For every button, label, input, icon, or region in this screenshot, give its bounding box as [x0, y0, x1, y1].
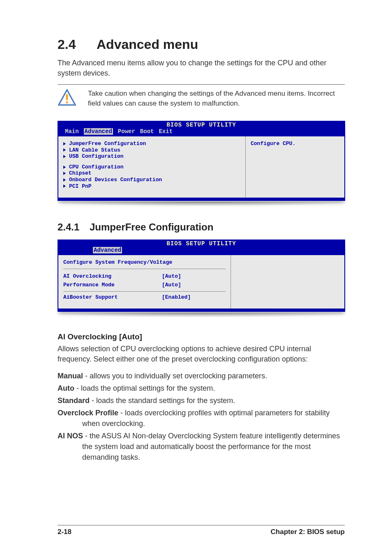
section-heading: 2.4Advanced menu [58, 37, 345, 52]
option-manual: Manual - allows you to individually set … [58, 371, 345, 381]
section-number: 2.4 [58, 37, 97, 52]
bios-settings-pane: Configure System Frequency/Voltage AI Ov… [58, 255, 231, 309]
bios-item-label: USB Configuration [69, 153, 124, 160]
bios-title: BIOS SETUP UTILITY [58, 121, 345, 128]
chapter-label: Chapter 2: BIOS setup [271, 528, 345, 536]
caution-box: Take caution when changing the settings … [58, 89, 345, 108]
svg-rect-0 [66, 94, 68, 100]
bios-screenshot-advanced-menu: BIOS SETUP UTILITY Main Advanced Power B… [58, 121, 345, 201]
option-auto: Auto - loads the optimal settings for th… [58, 383, 345, 394]
option-overclock-profile: Overclock Profile - loads overclocking p… [58, 408, 345, 429]
bios-item-chipset[interactable]: Chipset [63, 170, 240, 177]
option-ai-nos: AI NOS - the ASUS AI Non-delay Overclock… [58, 431, 345, 463]
bios-setting-value: [Auto] [162, 281, 181, 290]
submenu-arrow-icon [63, 184, 66, 188]
submenu-arrow-icon [63, 148, 66, 152]
bios-screenshot-jumperfree: BIOS SETUP UTILITY Advanced Configure Sy… [58, 240, 345, 312]
bios-tab-advanced[interactable]: Advanced [84, 128, 113, 135]
caution-text: Take caution when changing the settings … [88, 89, 345, 108]
submenu-arrow-icon [63, 178, 66, 182]
submenu-arrow-icon [63, 172, 66, 175]
bios-setting-value: [Enabled] [162, 293, 191, 302]
submenu-arrow-icon [63, 166, 66, 169]
bios-item-lan-cable[interactable]: LAN Cable Status [63, 147, 240, 154]
bios-tab-bar: Main Advanced Power Boot Exit [58, 128, 345, 136]
option-desc: - loads the optimal settings for the sys… [74, 384, 215, 392]
option-name: Manual [58, 372, 83, 380]
bios-menu-list: JumperFree Configuration LAN Cable Statu… [58, 136, 246, 198]
bios-item-onboard[interactable]: Onboard Devices Configuration [63, 177, 240, 183]
option-desc: - the ASUS AI Non-delay Overclocking Sys… [82, 432, 340, 461]
option-name: Standard [58, 396, 90, 405]
bios-tab-main[interactable]: Main [65, 128, 79, 135]
divider [58, 84, 345, 85]
svg-point-1 [66, 101, 68, 104]
shadow-curve [58, 313, 345, 320]
bios-item-pcipnp[interactable]: PCI PnP [63, 183, 240, 190]
option-desc: - loads the standard settings for the sy… [90, 396, 235, 405]
bios-title: BIOS SETUP UTILITY [58, 240, 345, 247]
bios-setting-label: AI Overclocking [63, 272, 162, 281]
option-body: Allows selection of CPU overclocking opt… [58, 344, 345, 364]
intro-paragraph: The Advanced menu items allow you to cha… [58, 58, 345, 78]
bios-tab-boot[interactable]: Boot [140, 128, 154, 135]
option-desc: - allows you to individually set overclo… [83, 372, 267, 380]
option-standard: Standard - loads the standard settings f… [58, 395, 345, 406]
bios-pane-title: Configure System Frequency/Voltage [63, 259, 226, 269]
bios-item-label: Chipset [69, 170, 92, 177]
bios-tab-bar: Advanced [58, 247, 345, 255]
bios-setting-value: [Auto] [162, 272, 181, 281]
bios-tab-advanced[interactable]: Advanced [93, 247, 122, 253]
subsection-heading: 2.4.1JumperFree Configuration [58, 221, 345, 233]
option-heading: AI Overclocking [Auto] [58, 332, 345, 341]
bios-item-usb[interactable]: USB Configuration [63, 153, 240, 160]
bios-setting-performance-mode[interactable]: Performance Mode [Auto] [63, 281, 226, 290]
page-number: 2-18 [58, 528, 71, 536]
bios-tab-exit[interactable]: Exit [159, 128, 173, 135]
bios-item-label: JumperFree Configuration [69, 140, 146, 147]
bios-item-label: LAN Cable Status [69, 147, 120, 154]
submenu-arrow-icon [63, 155, 66, 158]
subsection-number: 2.4.1 [58, 221, 90, 233]
section-title: Advanced menu [97, 37, 198, 52]
option-name: Auto [58, 384, 74, 392]
option-name: Overclock Profile [58, 409, 118, 417]
bios-help-pane: Configure CPU. [246, 136, 344, 198]
bios-item-cpu[interactable]: CPU Configuration [63, 164, 240, 170]
submenu-arrow-icon [63, 142, 66, 145]
bios-setting-ai-overclocking[interactable]: AI Overclocking [Auto] [63, 272, 226, 281]
bios-item-label: CPU Configuration [69, 164, 124, 170]
footer-divider [58, 525, 345, 525]
page-footer: 2-18 Chapter 2: BIOS setup [58, 525, 345, 536]
bios-item-jumperfree[interactable]: JumperFree Configuration [63, 140, 240, 147]
bios-setting-label: AiBooster Support [63, 293, 162, 302]
bios-setting-label: Performance Mode [63, 281, 162, 290]
bios-help-pane [231, 255, 344, 309]
caution-icon [58, 89, 76, 106]
subsection-title: JumperFree Configuration [90, 221, 213, 233]
bios-setting-aibooster[interactable]: AiBooster Support [Enabled] [63, 291, 226, 302]
option-desc: - loads overclocking profiles with optim… [82, 409, 330, 428]
option-name: AI NOS [58, 432, 83, 440]
option-list: Manual - allows you to individually set … [58, 371, 345, 463]
bios-item-label: Onboard Devices Configuration [69, 177, 162, 183]
bios-item-label: PCI PnP [69, 183, 92, 190]
bios-tab-power[interactable]: Power [118, 128, 135, 135]
shadow-curve [58, 202, 345, 209]
